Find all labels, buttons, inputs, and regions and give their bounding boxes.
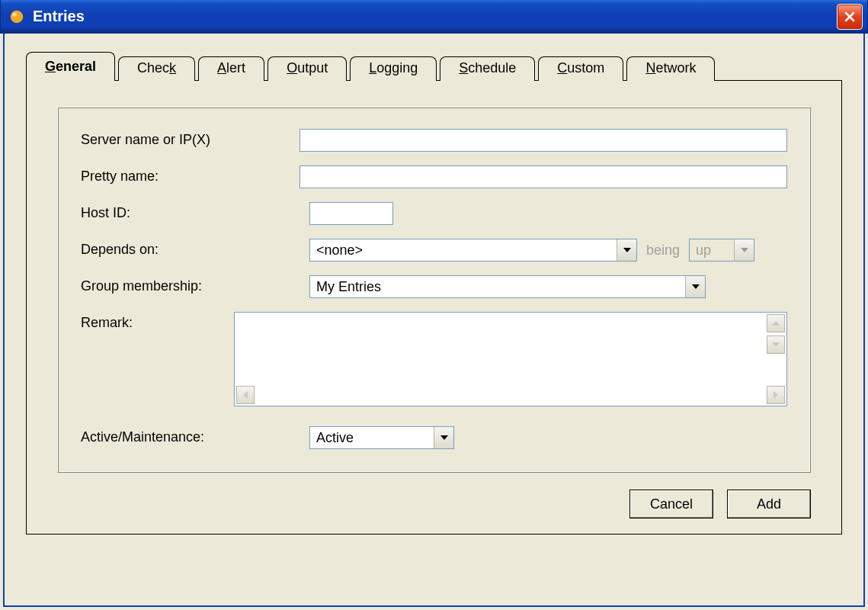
tab-custom[interactable]: Custom xyxy=(538,56,623,81)
active-label: Active/Maintenance: xyxy=(81,426,309,445)
pretty-label: Pretty name: xyxy=(81,165,299,185)
tab-check[interactable]: Check xyxy=(118,56,195,81)
depends-label: Depends on: xyxy=(81,239,309,258)
scroll-down-icon[interactable] xyxy=(767,336,785,354)
tab-schedule[interactable]: Schedule xyxy=(440,56,535,81)
server-label: Server name or IP(X) xyxy=(81,129,299,148)
scroll-left-icon[interactable] xyxy=(236,386,255,404)
pretty-name-input[interactable] xyxy=(299,165,787,188)
remark-textarea[interactable] xyxy=(234,312,787,406)
server-input[interactable] xyxy=(299,129,787,152)
chevron-down-icon xyxy=(685,276,705,297)
add-button[interactable]: Add xyxy=(727,490,811,518)
active-maintenance-select[interactable]: Active xyxy=(309,426,454,449)
window-title: Entries xyxy=(33,8,837,25)
host-id-input[interactable] xyxy=(309,202,393,225)
chevron-down-icon xyxy=(434,427,453,448)
close-icon xyxy=(844,11,856,23)
group-membership-select[interactable]: My Entries xyxy=(309,275,706,298)
tab-general[interactable]: General xyxy=(26,52,115,81)
chevron-down-icon xyxy=(734,239,754,261)
group-label: Group membership: xyxy=(81,275,309,294)
close-button[interactable] xyxy=(837,4,863,30)
button-bar: Cancel Add xyxy=(629,490,811,518)
tab-logging[interactable]: Logging xyxy=(350,56,437,81)
cancel-button[interactable]: Cancel xyxy=(629,490,713,518)
tab-strip: General Check Alert Output Logging Sched… xyxy=(26,52,842,81)
dialog-body: General Check Alert Output Logging Sched… xyxy=(3,34,865,607)
title-bar: Entries xyxy=(0,0,868,34)
scroll-right-icon[interactable] xyxy=(767,386,785,404)
tab-output[interactable]: Output xyxy=(267,56,347,81)
depends-on-select[interactable]: <none> xyxy=(309,239,637,262)
general-group: Server name or IP(X) Pretty name: Host I… xyxy=(57,107,811,473)
entries-icon xyxy=(8,8,25,25)
being-label: being xyxy=(645,242,681,258)
hostid-label: Host ID: xyxy=(81,202,309,221)
tab-page-general: Server name or IP(X) Pretty name: Host I… xyxy=(26,80,842,535)
tab-alert[interactable]: Alert xyxy=(198,56,264,81)
tab-network[interactable]: Network xyxy=(626,56,715,81)
svg-point-0 xyxy=(11,10,24,23)
remark-label: Remark: xyxy=(81,312,234,331)
chevron-down-icon xyxy=(617,239,636,261)
scroll-up-icon[interactable] xyxy=(767,314,785,332)
being-state-select: up xyxy=(689,239,754,262)
svg-point-1 xyxy=(13,12,18,17)
